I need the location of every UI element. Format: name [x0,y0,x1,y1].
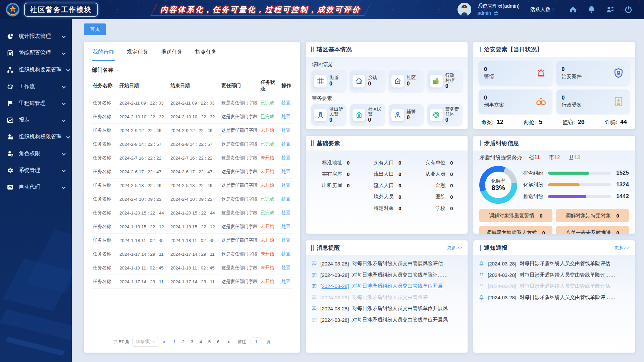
sidebar-item-system[interactable]: 系统管理 [0,162,72,179]
crime-stat: 盗窃:26 [562,119,584,126]
message-item[interactable]: [2024-03-28] 对每日涉矛盾纠纷人员交由管线单位开展 [311,281,462,292]
stat-card-station-police: 派出所民警0 [311,104,346,125]
users-icon[interactable] [606,5,614,14]
bell-icon[interactable] [587,5,596,14]
power-icon[interactable] [624,5,633,14]
panel-title: 基础要素 [317,139,340,147]
bell-icon [479,261,484,266]
handle-link[interactable]: 处置 [281,141,290,146]
handle-link[interactable]: 处置 [281,114,290,119]
handcuffs-icon [535,96,547,107]
message-item[interactable]: [2024-03-28] 对每日涉矛盾纠纷人员交由管线单险评…… [311,269,462,281]
handle-link[interactable]: 处置 [281,155,290,160]
page-number[interactable]: 4 [197,339,205,344]
notice-item[interactable]: [2024-03-28] 对每日涉矛盾纠纷人员交由管线单险评…… [479,292,630,303]
goto-page-input[interactable] [251,338,262,346]
page-number[interactable]: 2 [179,339,188,344]
handle-link[interactable]: 处置 [281,224,290,229]
col-header: 开始日期 [118,75,169,96]
user-avatar[interactable] [458,3,471,16]
resolution-donut: 化解率83% [479,166,517,204]
handle-link[interactable]: 处置 [281,128,290,133]
clipboard-icon [7,50,14,57]
sidebar-item-police-config[interactable]: 警综配置管理 [0,45,72,61]
home-icon[interactable] [569,5,577,14]
handle-link[interactable]: 处置 [281,100,290,105]
stat-card-admin-cases: 0行政受案 [556,89,630,114]
status-badge: 未开始 [261,155,274,160]
panel-title: 治安要素【当日状况】 [484,46,543,53]
stat-card-public-cases: 0治安案件 [556,61,630,85]
status-badge: 未开始 [261,238,274,243]
message-item[interactable]: [2024-03-28] 对每日涉矛盾纠纷人员交由管线单位开展风 [311,303,462,314]
mediation-button[interactable]: 调解双方缺联系人方式0 [479,226,552,234]
home-tab-button[interactable]: 首页 [84,23,106,35]
page-number[interactable]: 5 [205,339,214,344]
basic-kv: 金融0 [413,182,464,189]
handle-link[interactable]: 处置 [281,251,290,256]
table-row: 任务名称 2024-1-17 14 : 29 : 11 2024-1-17 14… [92,275,293,289]
notice-item[interactable]: [2024-03-28] 对每日涉矛盾纠纷人员交由管线单险评估 [479,281,630,292]
sidebar-item-autocode[interactable]: 自动代码 [0,179,72,195]
main-content: 首页 我的待办规定任务推送任务指令任务 部门名称 任务名称 开始日期 结束日期 … [72,19,644,362]
sidebar-item-stats-report[interactable]: 统计报表管理 [0,28,72,45]
sidebar-item-org-elements[interactable]: 组织机构要素管理 [0,61,72,78]
bell-icon [479,283,484,289]
bar-track [548,172,611,175]
mediation-button[interactable]: 调解对象涉重复警情0 [479,209,552,222]
next-page-button[interactable]: > [226,339,232,345]
page-size-select[interactable]: 10条/页 [132,337,158,347]
status-badge: 未开始 [261,169,274,174]
basic-elements-panel: 基础要素 标准地址0实有房屋0出租房屋0 实有人口0流出人口0流入人口0境外人员… [306,136,468,234]
handle-link[interactable]: 处置 [281,183,290,188]
task-tab[interactable]: 指令任务 [195,43,217,61]
basic-kv: 特定对象0 [361,205,413,212]
notice-item[interactable]: [2024-03-28] 对每日涉矛盾纠纷人员交由管线单险评…… [479,269,630,281]
handle-link[interactable]: 处置 [281,238,290,243]
pagination: 共 57 条 10条/页 < 123456 > 前往 页 [92,331,292,349]
mediation-button[interactable]: 八单一表未及时推送0 [556,226,629,234]
notice-item[interactable]: [2024-03-28] 对每日涉矛盾纠纷人员交由管线单险评估 [479,258,630,269]
page-number[interactable]: 3 [188,339,197,344]
page-number[interactable]: 6 [214,339,223,344]
role-permission-icon [7,150,14,157]
handle-link[interactable]: 处置 [281,265,290,270]
task-tabs: 我的待办规定任务推送任务指令任务 [92,43,292,61]
chevron-down-icon [62,34,65,38]
task-table: 任务名称 开始日期 结束日期 责任部门 任务状态 操作 任务名称 2024-2-… [92,75,293,289]
sidebar-item-report[interactable]: 报表 [0,112,72,128]
more-link[interactable]: 更多>> [447,245,462,251]
handle-link[interactable]: 处置 [281,210,290,215]
message-item[interactable]: [2024-03-28] 对每日涉矛盾纠纷人员交由管展风险评估 [311,258,462,269]
sidebar-illustration [0,221,72,362]
notice-panel: 通知通报 更多>> [2024-03-28] 对每日涉矛盾纠纷人员交由管线单险评… [473,240,635,353]
sidebar-item-workflow[interactable]: 工作流 [0,78,72,95]
stat-card-auxiliary-police: 辅警0 [389,104,424,125]
department-filter[interactable]: 部门名称 [92,67,292,74]
chat-bubble-icon [311,261,317,266]
more-link[interactable]: 更多>> [614,245,630,251]
handle-link[interactable]: 处置 [281,196,290,201]
chat-bubble-icon [311,306,317,311]
handle-link[interactable]: 处置 [281,169,290,174]
sidebar-item-milestone[interactable]: 里程碑管理 [0,95,72,112]
sidebar-item-role-permission[interactable]: 角色权限 [0,145,72,162]
task-tab[interactable]: 推送任务 [160,43,183,61]
message-item[interactable]: [2024-03-28] 对每日涉矛盾纠纷人员交由管线单位开展风 [311,314,462,326]
page-unit: 页 [266,339,271,345]
switch-user-icon[interactable] [493,11,499,15]
page-number[interactable]: 1 [170,339,179,344]
table-row: 任务名称 2024-2-8 14 : 22 : 57 2024-2-8 14 :… [92,137,293,151]
sidebar-item-org-permission[interactable]: 组织机构权限管理 [0,128,72,145]
task-tab[interactable]: 我的待办 [92,43,115,61]
report-icon [7,117,14,124]
prev-page-button[interactable]: < [161,339,167,345]
district-panel: 辖区基本情况 辖区情况 街道0 乡镇0 [306,42,468,129]
basic-kv: 实有房屋0 [309,171,361,177]
handle-link[interactable]: 处置 [281,279,290,284]
message-item[interactable]: [2024-03-28] 对每日涉矛盾纠纷人员交由管险评 [311,292,462,303]
mediation-button[interactable]: 调解对象涉特定对象0 [556,209,629,222]
task-tab[interactable]: 规定任务 [126,43,149,61]
basic-kv: 医院0 [413,194,464,200]
app-title: 社区警务工作模块 [24,3,98,17]
